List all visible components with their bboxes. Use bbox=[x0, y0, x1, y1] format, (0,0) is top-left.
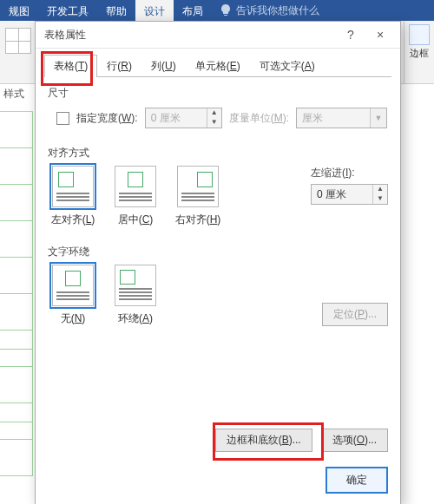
position-button: 定位(P)... bbox=[322, 303, 388, 326]
borders-shading-button[interactable]: 边框和底纹(B)... bbox=[215, 429, 312, 452]
align-left-option[interactable]: 左对齐(L) bbox=[48, 166, 98, 227]
text-wrap-legend: 文字环绕 bbox=[48, 245, 388, 259]
table-style-icon[interactable] bbox=[5, 28, 31, 54]
lightbulb-icon bbox=[220, 4, 231, 16]
ribbon-tab-layout[interactable]: 布局 bbox=[174, 0, 212, 21]
tab-cell[interactable]: 单元格(E) bbox=[186, 55, 250, 77]
ribbon-tab-design[interactable]: 设计 bbox=[135, 0, 174, 21]
align-left-label: 左对齐(L) bbox=[48, 213, 98, 227]
tab-alt-text[interactable]: 可选文字(A) bbox=[250, 55, 325, 77]
left-indent-value: 0 厘米 bbox=[312, 185, 372, 204]
wrap-around-label: 环绕(A) bbox=[110, 311, 161, 326]
document-table-peek bbox=[0, 111, 33, 504]
left-indent-spinner[interactable]: 0 厘米 ▲▼ bbox=[311, 184, 388, 205]
spin-up-icon[interactable]: ▲ bbox=[373, 185, 387, 194]
ribbon-tabs: 规图 开发工具 帮助 设计 布局 告诉我你想做什么 bbox=[0, 0, 434, 21]
tab-row[interactable]: 行(R) bbox=[97, 55, 141, 77]
search-placeholder: 告诉我你想做什么 bbox=[236, 3, 319, 18]
close-button[interactable]: × bbox=[365, 23, 395, 47]
align-center-label: 居中(C) bbox=[110, 213, 161, 227]
ok-button[interactable]: 确定 bbox=[326, 467, 388, 494]
wrap-none-option[interactable]: 无(N) bbox=[48, 265, 98, 326]
spin-down-icon[interactable]: ▼ bbox=[373, 194, 387, 204]
align-right-option[interactable]: 右对齐(H) bbox=[173, 166, 223, 227]
ribbon-tab-devtools[interactable]: 开发工具 bbox=[38, 0, 97, 21]
wrap-none-label: 无(N) bbox=[48, 311, 98, 326]
tab-column[interactable]: 列(U) bbox=[141, 55, 186, 77]
align-center-option[interactable]: 居中(C) bbox=[110, 166, 161, 227]
alignment-group: 对齐方式 左对齐(L) 居中(C) 右对齐(H) 左缩进(I): bbox=[44, 137, 391, 227]
chevron-down-icon: ▼ bbox=[370, 108, 386, 128]
ribbon-tab-help[interactable]: 帮助 bbox=[97, 0, 135, 21]
styles-label: 样式 bbox=[3, 87, 24, 101]
border-styles-panel: 边框 bbox=[404, 21, 434, 83]
options-button[interactable]: 选项(O)... bbox=[321, 429, 388, 452]
unit-label: 度量单位(M): bbox=[229, 111, 289, 126]
left-indent-label: 左缩进(I): bbox=[311, 166, 388, 180]
dialog-tabs: 表格(T) 行(R) 列(U) 单元格(E) 可选文字(A) bbox=[44, 54, 391, 77]
ribbon-tab-view[interactable]: 规图 bbox=[0, 0, 38, 21]
table-properties-dialog: 表格属性 ? × 表格(T) 行(R) 列(U) 单元格(E) 可选文字(A) … bbox=[35, 21, 401, 504]
alignment-legend: 对齐方式 bbox=[48, 146, 388, 160]
border-label: 边框 bbox=[404, 47, 434, 60]
unit-combo: 厘米 ▼ bbox=[296, 108, 387, 128]
help-button[interactable]: ? bbox=[336, 23, 365, 47]
size-legend: 尺寸 bbox=[48, 86, 391, 101]
border-style-swatch[interactable] bbox=[409, 24, 430, 45]
unit-value: 厘米 bbox=[297, 108, 370, 128]
spin-down-icon: ▼ bbox=[207, 118, 221, 128]
dialog-titlebar: 表格属性 ? × bbox=[36, 22, 400, 49]
specify-width-label: 指定宽度(W): bbox=[76, 111, 138, 126]
text-wrap-group: 文字环绕 无(N) 环绕(A) 定位(P)... bbox=[44, 232, 391, 326]
spin-up-icon: ▲ bbox=[207, 108, 221, 118]
dialog-title: 表格属性 bbox=[44, 28, 86, 43]
width-spinner: 0 厘米 ▲▼ bbox=[145, 108, 222, 128]
specify-width-checkbox[interactable] bbox=[56, 112, 69, 125]
tab-table[interactable]: 表格(T) bbox=[44, 55, 97, 77]
align-right-label: 右对齐(H) bbox=[173, 213, 223, 227]
ribbon-search[interactable]: 告诉我你想做什么 bbox=[212, 0, 434, 21]
wrap-around-option[interactable]: 环绕(A) bbox=[110, 265, 161, 326]
width-value: 0 厘米 bbox=[146, 108, 207, 128]
